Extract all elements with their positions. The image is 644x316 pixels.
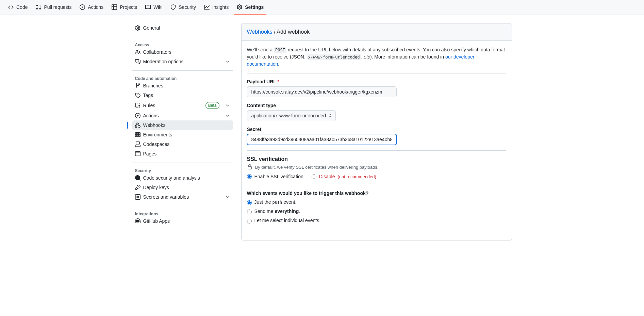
- divider: [132, 206, 233, 206]
- key-icon: [135, 185, 141, 190]
- codespaces-icon: [135, 142, 141, 147]
- ssl-heading: SSL verification: [247, 156, 506, 162]
- play-icon: [135, 113, 141, 118]
- sidebar-item-tags[interactable]: Tags: [132, 90, 233, 100]
- tab-wiki[interactable]: Wiki: [143, 0, 165, 15]
- ssl-disable-radio[interactable]: [312, 174, 316, 179]
- event-just-push[interactable]: Just the push event.: [247, 199, 506, 205]
- breadcrumb: Webhooks / Add webhook: [242, 23, 512, 41]
- tab-code[interactable]: Code: [5, 0, 30, 15]
- tab-actions[interactable]: Actions: [77, 0, 106, 15]
- sidebar-heading-security: Security: [132, 166, 233, 173]
- sidebar-item-collaborators[interactable]: Collaborators: [132, 47, 233, 57]
- sidebar-item-branches[interactable]: Branches: [132, 81, 233, 90]
- event-just-push-radio[interactable]: [247, 200, 252, 205]
- tab-label: Projects: [120, 4, 137, 10]
- sidebar-item-label: Deploy keys: [143, 185, 169, 190]
- repo-push-icon: [135, 103, 141, 108]
- breadcrumb-current: Add webhook: [277, 29, 310, 35]
- sidebar-item-environments[interactable]: Environments: [132, 130, 233, 139]
- ssl-note-text: By default, we verify SSL certificates w…: [255, 165, 379, 170]
- codescan-icon: [135, 175, 141, 181]
- sidebar-item-moderation[interactable]: Moderation options: [132, 57, 233, 66]
- content-type-select[interactable]: application/x-www-form-urlencoded: [247, 110, 336, 121]
- divider: [247, 150, 506, 151]
- content-type-label: Content type: [247, 103, 506, 108]
- event-individual-radio[interactable]: [247, 219, 252, 223]
- gear-icon: [237, 4, 242, 10]
- browser-icon: [135, 151, 141, 156]
- ssl-enable-option[interactable]: Enable SSL verification: [247, 174, 303, 179]
- sidebar-item-label: Actions: [143, 113, 159, 118]
- tab-label: Security: [179, 4, 196, 10]
- divider: [132, 37, 233, 37]
- secret-label: Secret: [247, 127, 506, 132]
- sidebar-item-general[interactable]: General: [132, 23, 233, 33]
- sidebar-item-label: Secrets and variables: [143, 194, 189, 200]
- tab-insights[interactable]: Insights: [201, 0, 231, 15]
- event-individual[interactable]: Let me select individual events.: [247, 218, 506, 223]
- sidebar-heading-access: Access: [132, 40, 233, 47]
- sidebar-item-codespaces[interactable]: Codespaces: [132, 139, 233, 149]
- lock-icon: [247, 164, 252, 170]
- git-pull-request-icon: [36, 4, 41, 10]
- ssl-enable-radio[interactable]: [247, 174, 252, 179]
- secret-input[interactable]: [247, 134, 397, 145]
- hubot-icon: [135, 218, 141, 224]
- chevron-down-icon: [225, 103, 230, 108]
- tab-pull-requests[interactable]: Pull requests: [33, 0, 74, 15]
- ssl-disable-option[interactable]: Disable (not recommended): [312, 174, 376, 179]
- sidebar-item-deploy-keys[interactable]: Deploy keys: [132, 183, 233, 192]
- events-heading: Which events would you like to trigger t…: [247, 190, 506, 196]
- divider: [247, 73, 506, 73]
- sidebar-item-actions[interactable]: Actions: [132, 111, 233, 120]
- divider: [132, 70, 233, 71]
- people-icon: [135, 49, 141, 55]
- sidebar-item-secrets[interactable]: Secrets and variables: [132, 192, 233, 202]
- beta-badge: Beta: [205, 102, 219, 109]
- sidebar-item-label: Collaborators: [143, 49, 171, 55]
- intro-text: We'll send a POST request to the URL bel…: [247, 46, 506, 68]
- sidebar-item-label: Rules: [143, 103, 155, 108]
- sidebar-heading-integrations: Integrations: [132, 209, 233, 216]
- tab-settings[interactable]: Settings: [234, 0, 266, 15]
- settings-sidebar: General Access Collaborators Moderation …: [132, 23, 233, 240]
- tab-security[interactable]: Security: [168, 0, 199, 15]
- repo-tabs: Code Pull requests Actions Projects Wiki…: [0, 0, 644, 15]
- sidebar-item-webhooks[interactable]: Webhooks: [132, 120, 233, 130]
- sidebar-item-rules[interactable]: Rules Beta: [132, 100, 233, 111]
- code-icon: [8, 4, 14, 10]
- tab-label: Pull requests: [44, 4, 71, 10]
- sidebar-item-label: Branches: [143, 83, 163, 88]
- divider: [247, 185, 506, 185]
- webhook-icon: [135, 122, 141, 128]
- sidebar-item-pages[interactable]: Pages: [132, 149, 233, 159]
- play-icon: [80, 4, 85, 10]
- table-icon: [112, 4, 117, 10]
- tab-projects[interactable]: Projects: [109, 0, 140, 15]
- gear-icon: [135, 25, 141, 31]
- tag-icon: [135, 93, 141, 98]
- sidebar-item-label: Moderation options: [143, 59, 184, 64]
- comment-discussion-icon: [135, 59, 141, 64]
- event-everything-radio[interactable]: [247, 210, 252, 214]
- chevron-down-icon: [225, 194, 230, 200]
- ssl-note-row: By default, we verify SSL certificates w…: [247, 164, 506, 170]
- shield-icon: [170, 4, 176, 10]
- sidebar-item-code-security[interactable]: Code security and analysis: [132, 173, 233, 183]
- git-branch-icon: [135, 83, 141, 88]
- chevron-down-icon: [225, 59, 230, 64]
- breadcrumb-sep: /: [273, 29, 277, 35]
- event-everything[interactable]: Send me everything.: [247, 209, 506, 214]
- divider: [132, 163, 233, 163]
- sidebar-item-label: General: [143, 25, 160, 31]
- breadcrumb-parent-link[interactable]: Webhooks: [247, 29, 273, 35]
- main-content: Webhooks / Add webhook We'll send a POST…: [241, 23, 512, 240]
- sidebar-heading-code-automation: Code and automation: [132, 73, 233, 81]
- sidebar-item-label: Pages: [143, 151, 157, 156]
- divider: [247, 229, 506, 229]
- sidebar-item-label: Webhooks: [143, 122, 166, 128]
- payload-url-input[interactable]: [247, 86, 397, 97]
- sidebar-item-label: Code security and analysis: [143, 175, 200, 181]
- sidebar-item-github-apps[interactable]: GitHub Apps: [132, 216, 233, 226]
